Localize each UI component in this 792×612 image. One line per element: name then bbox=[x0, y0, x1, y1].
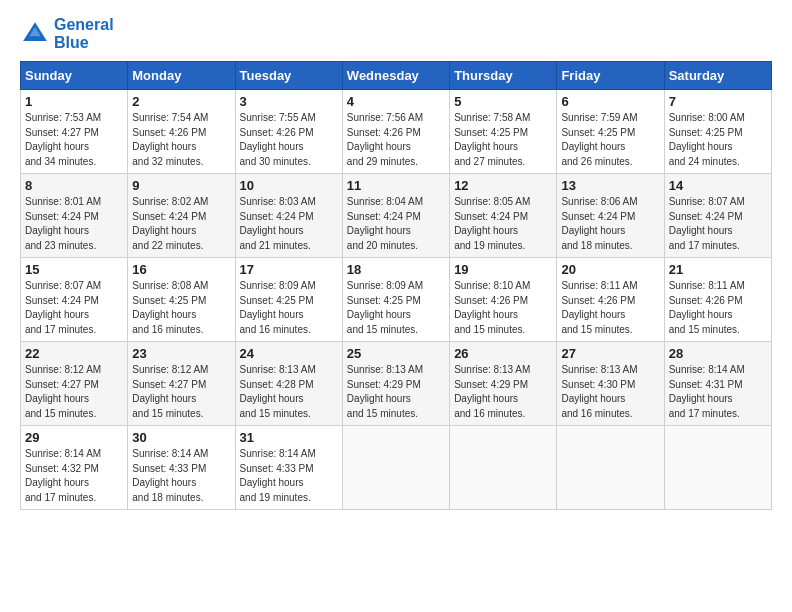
daylight-label: Daylight hours bbox=[132, 393, 196, 404]
sunrise-text: Sunrise: 8:05 AM bbox=[454, 196, 530, 207]
daylight-duration: and 19 minutes. bbox=[454, 240, 525, 251]
sunrise-text: Sunrise: 7:56 AM bbox=[347, 112, 423, 123]
header: General Blue bbox=[20, 16, 772, 51]
sunset-text: Sunset: 4:25 PM bbox=[347, 295, 421, 306]
daylight-duration: and 21 minutes. bbox=[240, 240, 311, 251]
sunset-text: Sunset: 4:25 PM bbox=[132, 295, 206, 306]
day-info: Sunrise: 7:59 AMSunset: 4:25 PMDaylight … bbox=[561, 111, 659, 169]
daylight-label: Daylight hours bbox=[25, 141, 89, 152]
day-info: Sunrise: 8:14 AMSunset: 4:31 PMDaylight … bbox=[669, 363, 767, 421]
day-number: 23 bbox=[132, 346, 230, 361]
sunset-text: Sunset: 4:30 PM bbox=[561, 379, 635, 390]
daylight-duration: and 18 minutes. bbox=[132, 492, 203, 503]
day-info: Sunrise: 7:58 AMSunset: 4:25 PMDaylight … bbox=[454, 111, 552, 169]
daylight-label: Daylight hours bbox=[561, 393, 625, 404]
sunset-text: Sunset: 4:26 PM bbox=[132, 127, 206, 138]
day-number: 17 bbox=[240, 262, 338, 277]
calendar-cell: 14Sunrise: 8:07 AMSunset: 4:24 PMDayligh… bbox=[664, 174, 771, 258]
logo: General Blue bbox=[20, 16, 114, 51]
sunrise-text: Sunrise: 8:14 AM bbox=[25, 448, 101, 459]
sunrise-text: Sunrise: 8:14 AM bbox=[669, 364, 745, 375]
day-info: Sunrise: 8:04 AMSunset: 4:24 PMDaylight … bbox=[347, 195, 445, 253]
daylight-duration: and 16 minutes. bbox=[561, 408, 632, 419]
calendar-cell: 2Sunrise: 7:54 AMSunset: 4:26 PMDaylight… bbox=[128, 90, 235, 174]
daylight-label: Daylight hours bbox=[240, 477, 304, 488]
sunrise-text: Sunrise: 8:12 AM bbox=[132, 364, 208, 375]
sunrise-text: Sunrise: 8:13 AM bbox=[454, 364, 530, 375]
day-number: 6 bbox=[561, 94, 659, 109]
sunset-text: Sunset: 4:24 PM bbox=[347, 211, 421, 222]
daylight-duration: and 30 minutes. bbox=[240, 156, 311, 167]
day-number: 19 bbox=[454, 262, 552, 277]
calendar-cell bbox=[664, 426, 771, 510]
sunset-text: Sunset: 4:24 PM bbox=[132, 211, 206, 222]
daylight-duration: and 23 minutes. bbox=[25, 240, 96, 251]
calendar-cell: 20Sunrise: 8:11 AMSunset: 4:26 PMDayligh… bbox=[557, 258, 664, 342]
day-info: Sunrise: 8:08 AMSunset: 4:25 PMDaylight … bbox=[132, 279, 230, 337]
daylight-label: Daylight hours bbox=[347, 309, 411, 320]
day-info: Sunrise: 8:06 AMSunset: 4:24 PMDaylight … bbox=[561, 195, 659, 253]
day-number: 2 bbox=[132, 94, 230, 109]
sunrise-text: Sunrise: 8:10 AM bbox=[454, 280, 530, 291]
sunrise-text: Sunrise: 8:08 AM bbox=[132, 280, 208, 291]
calendar-cell: 26Sunrise: 8:13 AMSunset: 4:29 PMDayligh… bbox=[450, 342, 557, 426]
daylight-label: Daylight hours bbox=[669, 225, 733, 236]
daylight-label: Daylight hours bbox=[347, 141, 411, 152]
day-number: 15 bbox=[25, 262, 123, 277]
day-info: Sunrise: 8:00 AMSunset: 4:25 PMDaylight … bbox=[669, 111, 767, 169]
daylight-duration: and 16 minutes. bbox=[132, 324, 203, 335]
day-info: Sunrise: 8:10 AMSunset: 4:26 PMDaylight … bbox=[454, 279, 552, 337]
daylight-duration: and 34 minutes. bbox=[25, 156, 96, 167]
daylight-duration: and 15 minutes. bbox=[132, 408, 203, 419]
day-number: 7 bbox=[669, 94, 767, 109]
sunset-text: Sunset: 4:33 PM bbox=[240, 463, 314, 474]
daylight-duration: and 16 minutes. bbox=[240, 324, 311, 335]
daylight-label: Daylight hours bbox=[669, 393, 733, 404]
daylight-duration: and 17 minutes. bbox=[25, 492, 96, 503]
day-header-wednesday: Wednesday bbox=[342, 62, 449, 90]
calendar-cell: 21Sunrise: 8:11 AMSunset: 4:26 PMDayligh… bbox=[664, 258, 771, 342]
day-number: 4 bbox=[347, 94, 445, 109]
calendar-cell bbox=[342, 426, 449, 510]
sunset-text: Sunset: 4:24 PM bbox=[669, 211, 743, 222]
sunset-text: Sunset: 4:33 PM bbox=[132, 463, 206, 474]
daylight-duration: and 15 minutes. bbox=[25, 408, 96, 419]
day-info: Sunrise: 8:14 AMSunset: 4:32 PMDaylight … bbox=[25, 447, 123, 505]
daylight-label: Daylight hours bbox=[132, 141, 196, 152]
calendar-cell: 22Sunrise: 8:12 AMSunset: 4:27 PMDayligh… bbox=[21, 342, 128, 426]
sunset-text: Sunset: 4:26 PM bbox=[240, 127, 314, 138]
day-info: Sunrise: 8:07 AMSunset: 4:24 PMDaylight … bbox=[669, 195, 767, 253]
sunset-text: Sunset: 4:26 PM bbox=[347, 127, 421, 138]
sunset-text: Sunset: 4:26 PM bbox=[454, 295, 528, 306]
calendar-cell: 9Sunrise: 8:02 AMSunset: 4:24 PMDaylight… bbox=[128, 174, 235, 258]
page: General Blue SundayMondayTuesdayWednesda… bbox=[0, 0, 792, 612]
sunset-text: Sunset: 4:31 PM bbox=[669, 379, 743, 390]
daylight-label: Daylight hours bbox=[240, 141, 304, 152]
sunrise-text: Sunrise: 7:54 AM bbox=[132, 112, 208, 123]
sunset-text: Sunset: 4:24 PM bbox=[25, 295, 99, 306]
sunrise-text: Sunrise: 8:12 AM bbox=[25, 364, 101, 375]
sunrise-text: Sunrise: 7:59 AM bbox=[561, 112, 637, 123]
sunrise-text: Sunrise: 7:55 AM bbox=[240, 112, 316, 123]
sunset-text: Sunset: 4:27 PM bbox=[25, 127, 99, 138]
daylight-label: Daylight hours bbox=[561, 309, 625, 320]
calendar-cell: 7Sunrise: 8:00 AMSunset: 4:25 PMDaylight… bbox=[664, 90, 771, 174]
daylight-label: Daylight hours bbox=[669, 141, 733, 152]
daylight-duration: and 15 minutes. bbox=[454, 324, 525, 335]
daylight-label: Daylight hours bbox=[132, 225, 196, 236]
week-row-5: 29Sunrise: 8:14 AMSunset: 4:32 PMDayligh… bbox=[21, 426, 772, 510]
daylight-duration: and 17 minutes. bbox=[25, 324, 96, 335]
day-number: 12 bbox=[454, 178, 552, 193]
sunrise-text: Sunrise: 8:00 AM bbox=[669, 112, 745, 123]
sunset-text: Sunset: 4:26 PM bbox=[561, 295, 635, 306]
logo-text: General Blue bbox=[54, 16, 114, 51]
sunset-text: Sunset: 4:29 PM bbox=[454, 379, 528, 390]
sunset-text: Sunset: 4:24 PM bbox=[25, 211, 99, 222]
daylight-label: Daylight hours bbox=[561, 225, 625, 236]
sunrise-text: Sunrise: 8:06 AM bbox=[561, 196, 637, 207]
calendar-cell: 5Sunrise: 7:58 AMSunset: 4:25 PMDaylight… bbox=[450, 90, 557, 174]
day-info: Sunrise: 8:14 AMSunset: 4:33 PMDaylight … bbox=[240, 447, 338, 505]
daylight-duration: and 24 minutes. bbox=[669, 156, 740, 167]
calendar-cell: 29Sunrise: 8:14 AMSunset: 4:32 PMDayligh… bbox=[21, 426, 128, 510]
calendar-cell: 8Sunrise: 8:01 AMSunset: 4:24 PMDaylight… bbox=[21, 174, 128, 258]
